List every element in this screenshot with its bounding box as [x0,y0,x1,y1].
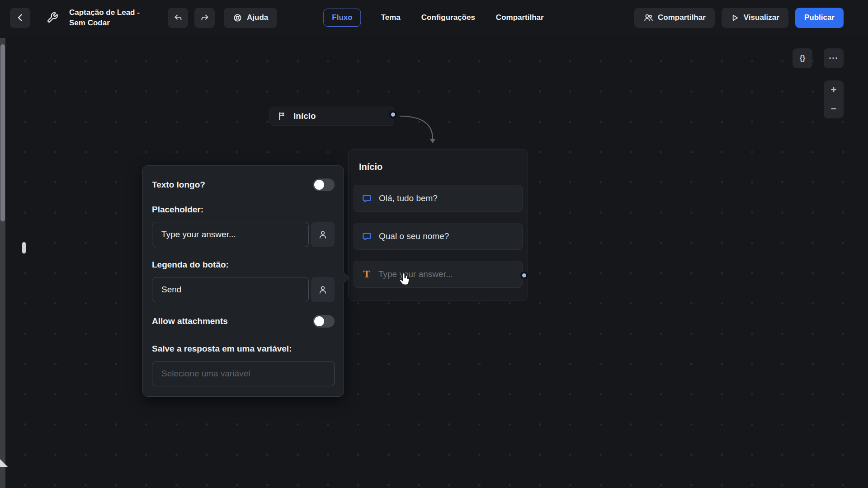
topbar: Captação de Lead - Sem Codar Ajuda Fluxo… [0,0,868,35]
text-input-icon: T [362,269,372,279]
more-options-button[interactable]: ··· [824,48,844,68]
save-variable-label: Salve a resposta em uma variável: [152,344,335,354]
undo-icon [174,13,183,22]
left-scrollbar-thumb[interactable] [0,44,5,221]
redo-icon [200,13,209,22]
redo-button[interactable] [194,8,215,28]
text-input-settings-popover: Texto longo? Placeholder: Legenda do bot… [142,165,344,397]
group-node[interactable]: Início Olá, tudo bem? Qual o seu nome? T… [348,149,528,301]
people-icon [643,13,653,23]
insert-variable-button[interactable] [311,222,335,247]
tab-compartilhar[interactable]: Compartilhar [495,9,545,26]
resize-corner-icon [0,459,8,467]
flag-icon [277,111,287,121]
attachments-row: Allow attachments [152,315,335,328]
share-button[interactable]: Compartilhar [634,8,715,28]
text-bubble-block[interactable]: Qual o seu nome? [354,223,523,250]
play-icon [731,14,739,22]
block-text: Qual o seu nome? [379,231,449,241]
start-node-label: Início [293,111,316,121]
chevron-left-icon [16,13,25,22]
start-node-output-port[interactable] [391,113,395,117]
wrench-icon [47,12,58,23]
person-icon [318,230,328,239]
topbar-left: Captação de Lead - Sem Codar Ajuda [10,7,277,28]
publish-button[interactable]: Publicar [795,8,844,28]
long-text-toggle[interactable] [313,178,335,191]
start-node[interactable]: Início [269,107,394,126]
person-icon [318,285,328,295]
zoom-out-button[interactable]: − [824,99,844,118]
tab-tema[interactable]: Tema [380,9,401,26]
zoom-controls: + − [824,80,844,118]
flow-canvas[interactable]: Início Início Olá, tudo bem? Qual o seu … [0,35,868,488]
share-label: Compartilhar [658,13,706,22]
main-tabs: Fluxo Tema Configurações Compartilhar [323,0,544,35]
block-placeholder-text: Type your answer... [378,269,453,279]
preview-label: Visualizar [744,13,779,22]
flow-title-line1: Captação de Lead - [69,7,155,18]
variable-select-input[interactable] [152,361,335,386]
button-label-label: Legenda do botão: [152,260,335,270]
block-text: Olá, tudo bem? [379,193,438,203]
long-text-row: Texto longo? [152,178,335,191]
back-button[interactable] [10,8,30,28]
long-text-label: Texto longo? [152,180,205,190]
lifebuoy-icon [233,13,242,23]
text-bubble-block[interactable]: Olá, tudo bem? [354,185,523,212]
attachments-toggle[interactable] [313,315,335,328]
help-button[interactable]: Ajuda [224,8,277,28]
canvas-marker [22,242,26,253]
input-block-output-port[interactable] [522,273,526,277]
undo-button[interactable] [168,8,188,28]
zoom-in-button[interactable]: + [824,80,844,99]
insert-variable-button[interactable] [311,277,335,302]
toggle-knob [314,316,324,326]
chat-bubble-icon [362,231,372,242]
tab-fluxo[interactable]: Fluxo [323,9,361,27]
tab-configuracoes[interactable]: Configurações [420,9,476,26]
placeholder-label: Placeholder: [152,205,335,215]
variables-button[interactable]: {} [793,48,812,68]
button-label-input[interactable] [152,277,309,302]
variable-input-row [152,361,335,386]
toggle-knob [314,180,324,190]
button-label-input-row [152,277,335,302]
flow-title-line2: Sem Codar [69,18,155,28]
group-title: Início [359,161,523,172]
chat-bubble-icon [362,193,372,204]
text-input-block[interactable]: T Type your answer... [354,261,523,288]
placeholder-input[interactable] [152,222,309,247]
attachments-label: Allow attachments [152,316,228,326]
preview-button[interactable]: Visualizar [722,8,788,28]
topbar-right: Compartilhar Visualizar Publicar [634,8,844,28]
placeholder-input-row [152,222,335,247]
flow-connector [393,111,448,151]
left-scrollbar-track[interactable] [0,38,5,488]
help-label: Ajuda [247,13,268,22]
flow-title[interactable]: Captação de Lead - Sem Codar [69,7,155,28]
